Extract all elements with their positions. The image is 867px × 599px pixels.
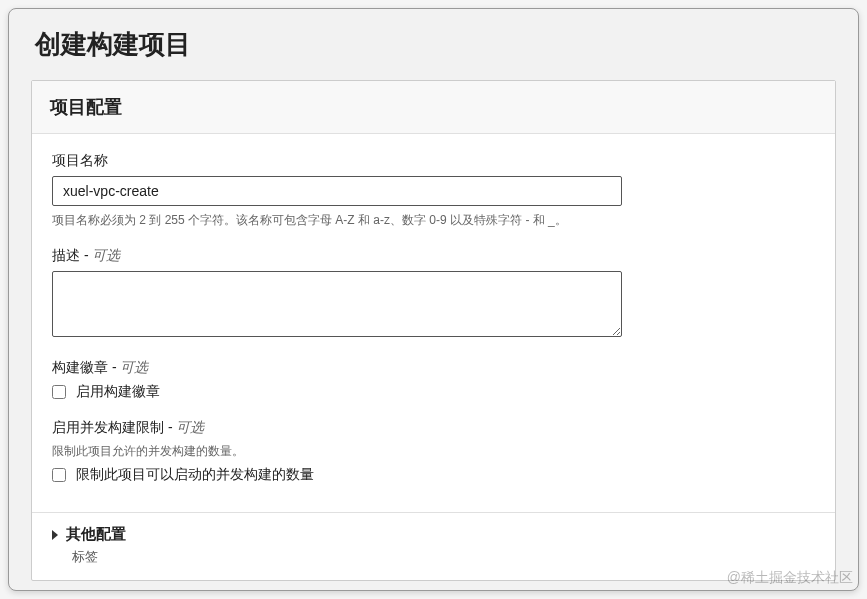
build-badge-checkbox-row: 启用构建徽章 [52,383,815,401]
description-group: 描述 - 可选 [52,247,815,341]
concurrent-limit-hint: 限制此项目允许的并发构建的数量。 [52,443,815,460]
panel-header-title: 项目配置 [50,95,817,119]
concurrent-limit-group: 启用并发构建限制 - 可选 限制此项目允许的并发构建的数量。 限制此项目可以启动… [52,419,815,484]
project-config-panel: 项目配置 项目名称 项目名称必须为 2 到 255 个字符。该名称可包含字母 A… [31,80,836,581]
page-title: 创建构建项目 [31,27,836,62]
build-badge-group: 构建徽章 - 可选 启用构建徽章 [52,359,815,401]
build-badge-checkbox[interactable] [52,385,66,399]
other-config-sub: 标签 [72,548,815,566]
concurrent-limit-checkbox-row: 限制此项目可以启动的并发构建的数量 [52,466,815,484]
create-build-project-window: 创建构建项目 项目配置 项目名称 项目名称必须为 2 到 255 个字符。该名称… [8,8,859,591]
description-label-text: 描述 [52,247,80,263]
build-badge-label: 构建徽章 - 可选 [52,359,815,377]
description-label: 描述 - 可选 [52,247,815,265]
project-name-hint: 项目名称必须为 2 到 255 个字符。该名称可包含字母 A-Z 和 a-z、数… [52,212,815,229]
panel-header: 项目配置 [32,81,835,134]
project-name-label: 项目名称 [52,152,815,170]
other-config-toggle[interactable]: 其他配置 [52,525,815,544]
concurrent-limit-label: 启用并发构建限制 - 可选 [52,419,815,437]
description-textarea[interactable] [52,271,622,337]
concurrent-limit-checkbox[interactable] [52,468,66,482]
concurrent-limit-checkbox-label[interactable]: 限制此项目可以启动的并发构建的数量 [76,466,314,484]
caret-right-icon [52,530,58,540]
other-config-section: 其他配置 标签 [32,512,835,580]
project-name-input[interactable] [52,176,622,206]
project-name-group: 项目名称 项目名称必须为 2 到 255 个字符。该名称可包含字母 A-Z 和 … [52,152,815,229]
panel-body: 项目名称 项目名称必须为 2 到 255 个字符。该名称可包含字母 A-Z 和 … [32,134,835,512]
build-badge-optional: 可选 [120,359,148,375]
concurrent-limit-label-text: 启用并发构建限制 [52,419,164,435]
other-config-label: 其他配置 [66,525,126,544]
build-badge-label-text: 构建徽章 [52,359,108,375]
description-optional: 可选 [92,247,120,263]
build-badge-checkbox-label[interactable]: 启用构建徽章 [76,383,160,401]
concurrent-limit-optional: 可选 [176,419,204,435]
